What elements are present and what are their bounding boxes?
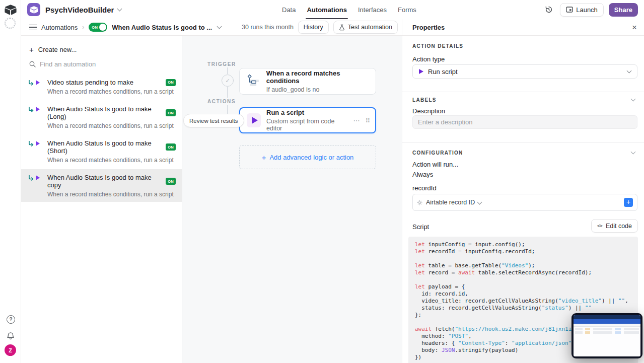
left-rail: ? Z xyxy=(0,0,21,363)
run-condition-label: Action will run... xyxy=(412,161,458,168)
trigger-flow-icon xyxy=(28,80,34,86)
automation-list: Video status pending to makeONWhen a rec… xyxy=(21,74,182,202)
search-icon xyxy=(29,61,36,67)
tab-interfaces[interactable]: Interfaces xyxy=(358,0,387,19)
action-type-select[interactable]: Run script xyxy=(412,64,637,79)
create-new-button[interactable]: + Create new... xyxy=(21,36,182,53)
toggle-knob xyxy=(99,24,106,31)
action-details-heading: ACTION DETAILS xyxy=(412,43,463,49)
labels-collapse-icon[interactable] xyxy=(631,97,636,102)
close-icon[interactable]: × xyxy=(632,23,637,32)
help-icon[interactable]: ? xyxy=(7,315,15,324)
tab-data[interactable]: Data xyxy=(282,0,296,19)
trigger-card-title: When a record matches conditions xyxy=(266,69,371,85)
flow-connector-line xyxy=(227,67,228,74)
automation-item-subtitle: When a record matches conditions, run a … xyxy=(47,191,177,198)
history-icon[interactable] xyxy=(543,4,555,16)
description-input[interactable] xyxy=(412,115,637,129)
run-script-mini-icon xyxy=(419,69,423,74)
pip-grid-row xyxy=(575,328,639,330)
action-card-subtitle: Custom script from code editor xyxy=(266,118,347,132)
properties-header: Properties × xyxy=(402,19,644,36)
chevron-down-icon xyxy=(477,199,482,204)
pip-app-header xyxy=(574,319,640,324)
pip-toolbar xyxy=(574,324,640,327)
record-id-token: Airtable record ID xyxy=(426,199,481,206)
code-line: let table = base.getTable("Videos"); xyxy=(415,262,638,269)
run-condition-value[interactable]: Always xyxy=(412,171,433,178)
properties-title: Properties xyxy=(412,24,445,31)
add-workspace-placeholder-icon[interactable] xyxy=(5,18,16,29)
notifications-bell-icon[interactable] xyxy=(6,331,16,341)
top-nav: DataAutomationsInterfacesForms xyxy=(282,0,416,19)
automation-item-title: When Audio Status Is good to make (Short… xyxy=(47,139,166,155)
runs-count: 30 runs this month xyxy=(242,24,294,31)
on-badge: ON xyxy=(166,79,176,86)
automation-list-item[interactable]: When Audio Status Is good to make copyON… xyxy=(21,169,182,202)
automation-item-subtitle: When a record matches conditions, run a … xyxy=(47,122,177,129)
breadcrumb[interactable]: Automations xyxy=(41,24,78,31)
chevron-down-icon[interactable] xyxy=(117,7,122,12)
on-badge: ON xyxy=(166,143,176,151)
script-label: Script xyxy=(412,223,429,231)
code-line: video_title: record.getCellValueAsString… xyxy=(415,298,638,305)
drag-handle-icon[interactable]: ⠿ xyxy=(365,117,370,124)
run-script-play-icon xyxy=(36,107,40,112)
automation-item-subtitle: When a record matches conditions, run a … xyxy=(47,88,177,95)
code-line: let payload = { xyxy=(415,283,638,291)
history-button[interactable]: History xyxy=(298,21,329,34)
trigger-flow-icon xyxy=(28,175,34,181)
automation-item-title: When Audio Status Is good to make copy xyxy=(47,174,166,189)
review-test-results-button[interactable]: Review test results xyxy=(183,114,244,127)
user-avatar[interactable]: Z xyxy=(5,344,16,356)
pip-browser-tabbar xyxy=(574,315,640,319)
pip-grid-area xyxy=(574,334,640,356)
automation-list-item[interactable]: When Audio Status Is good to make (Long)… xyxy=(21,101,182,133)
code-line: id: record.id, xyxy=(415,291,638,298)
divider xyxy=(402,142,644,143)
app-icon[interactable] xyxy=(27,3,40,16)
tab-forms[interactable]: Forms xyxy=(398,0,416,19)
action-type-value: Run script xyxy=(428,68,458,76)
gear-icon xyxy=(417,200,422,205)
automation-title[interactable]: When Audio Status Is good to ... xyxy=(112,24,212,31)
automation-toolbar: Automations › ON When Audio Status Is go… xyxy=(21,19,402,36)
automation-search xyxy=(21,53,182,74)
automation-list-item[interactable]: When Audio Status Is good to make (Short… xyxy=(21,135,182,168)
run-script-play-icon xyxy=(36,80,40,85)
code-line: status: record.getCellValueAsString("sta… xyxy=(415,305,638,312)
add-advanced-logic-button[interactable]: + Add advanced logic or action xyxy=(239,145,376,169)
chevron-down-icon[interactable] xyxy=(217,24,222,29)
edit-code-button[interactable]: <> Edit code xyxy=(591,219,638,233)
app-title[interactable]: PsychVideoBuilder xyxy=(45,6,114,14)
record-id-label: recordId xyxy=(412,184,437,192)
screen-share-thumbnail xyxy=(574,315,640,356)
trigger-card[interactable]: When a record matches conditions If audi… xyxy=(239,68,376,95)
configuration-collapse-icon[interactable] xyxy=(631,150,636,155)
automation-item-title: Video status pending to make xyxy=(47,79,133,86)
record-id-input[interactable]: Airtable record ID + xyxy=(412,194,637,211)
share-button[interactable]: Share xyxy=(609,3,638,17)
tab-automations[interactable]: Automations xyxy=(307,0,346,19)
code-line: let record = await table.selectRecordAsy… xyxy=(415,269,638,276)
automation-item-title: When Audio Status Is good to make (Long) xyxy=(47,105,166,120)
automation-list-item[interactable]: Video status pending to makeONWhen a rec… xyxy=(21,74,182,99)
more-menu-icon[interactable]: ⋯ xyxy=(353,117,360,124)
toggle-on-label: ON xyxy=(92,25,98,30)
launch-window-icon xyxy=(566,7,573,13)
record-matches-conditions-icon xyxy=(246,73,261,90)
run-script-action-card[interactable]: Run a script Custom script from code edi… xyxy=(239,107,376,133)
airtable-home-logo-icon[interactable] xyxy=(5,5,17,15)
test-automation-button[interactable]: Test automation xyxy=(333,21,398,34)
automation-item-icons xyxy=(28,80,43,95)
search-input[interactable] xyxy=(40,60,156,68)
add-advanced-logic-label: Add advanced logic or action xyxy=(269,154,353,161)
add-token-button[interactable]: + xyxy=(624,198,633,207)
automation-canvas: TRIGGER ✓ ACTIONS When a record matches … xyxy=(182,36,402,363)
launch-button[interactable]: Launch xyxy=(560,3,604,17)
description-label: Description xyxy=(412,107,445,115)
sidebar-toggle-icon[interactable] xyxy=(29,25,37,30)
code-line xyxy=(415,276,638,283)
automation-on-toggle[interactable]: ON xyxy=(89,23,107,32)
screen-share-preview[interactable] xyxy=(571,313,642,358)
